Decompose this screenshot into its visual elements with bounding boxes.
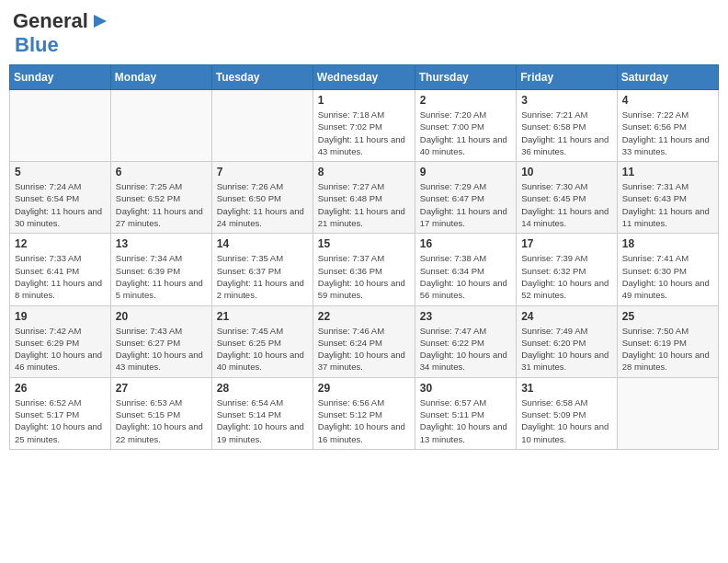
day-number: 16 [420,237,511,250]
day-number: 23 [420,310,511,323]
calendar-cell: 30Sunrise: 6:57 AM Sunset: 5:11 PM Dayli… [415,377,516,449]
day-number: 8 [318,166,410,178]
day-info: Sunrise: 7:22 AM Sunset: 6:56 PM Dayligh… [622,109,713,157]
calendar-cell: 29Sunrise: 6:56 AM Sunset: 5:12 PM Dayli… [313,377,415,449]
day-number: 19 [15,310,106,323]
day-number: 2 [420,94,511,107]
day-info: Sunrise: 7:42 AM Sunset: 6:29 PM Dayligh… [15,325,106,373]
calendar-header-row: SundayMondayTuesdayWednesdayThursdayFrid… [10,65,719,90]
calendar-cell: 18Sunrise: 7:41 AM Sunset: 6:30 PM Dayli… [617,234,718,305]
day-number: 26 [15,382,106,395]
logo-general: General [13,9,88,33]
calendar-cell: 7Sunrise: 7:26 AM Sunset: 6:50 PM Daylig… [211,162,313,234]
calendar-cell: 23Sunrise: 7:47 AM Sunset: 6:22 PM Dayli… [415,305,516,377]
calendar-cell: 2Sunrise: 7:20 AM Sunset: 7:00 PM Daylig… [415,90,516,162]
calendar-cell: 25Sunrise: 7:50 AM Sunset: 6:19 PM Dayli… [617,305,718,377]
day-info: Sunrise: 7:27 AM Sunset: 6:48 PM Dayligh… [318,180,410,229]
day-number: 10 [521,166,612,178]
calendar-cell: 9Sunrise: 7:29 AM Sunset: 6:47 PM Daylig… [415,162,516,234]
calendar-cell: 21Sunrise: 7:45 AM Sunset: 6:25 PM Dayli… [211,305,313,377]
logo-blue: Blue [15,33,59,56]
calendar-cell [617,377,718,449]
day-info: Sunrise: 7:41 AM Sunset: 6:30 PM Dayligh… [622,252,713,301]
day-info: Sunrise: 7:37 AM Sunset: 6:36 PM Dayligh… [318,252,410,301]
calendar-cell [211,90,313,162]
week-row-0: 1Sunrise: 7:18 AM Sunset: 7:02 PM Daylig… [10,90,719,162]
day-number: 17 [521,237,612,250]
calendar-cell: 8Sunrise: 7:27 AM Sunset: 6:48 PM Daylig… [313,162,415,234]
day-info: Sunrise: 7:49 AM Sunset: 6:20 PM Dayligh… [521,325,612,373]
day-info: Sunrise: 6:56 AM Sunset: 5:12 PM Dayligh… [318,396,410,445]
day-info: Sunrise: 7:30 AM Sunset: 6:45 PM Dayligh… [521,180,612,229]
day-number: 7 [217,166,308,178]
day-number: 9 [420,166,511,178]
col-header-tuesday: Tuesday [211,65,313,90]
day-info: Sunrise: 7:31 AM Sunset: 6:43 PM Dayligh… [622,180,713,229]
day-info: Sunrise: 7:18 AM Sunset: 7:02 PM Dayligh… [318,109,410,157]
day-info: Sunrise: 7:25 AM Sunset: 6:52 PM Dayligh… [116,180,207,229]
day-number: 11 [622,166,713,178]
day-info: Sunrise: 7:50 AM Sunset: 6:19 PM Dayligh… [622,325,713,373]
calendar-cell: 1Sunrise: 7:18 AM Sunset: 7:02 PM Daylig… [313,90,415,162]
day-info: Sunrise: 7:24 AM Sunset: 6:54 PM Dayligh… [15,180,106,229]
week-row-1: 5Sunrise: 7:24 AM Sunset: 6:54 PM Daylig… [10,162,719,234]
col-header-saturday: Saturday [617,65,718,90]
calendar-cell: 26Sunrise: 6:52 AM Sunset: 5:17 PM Dayli… [10,377,111,449]
day-number: 21 [217,310,308,323]
calendar-cell: 3Sunrise: 7:21 AM Sunset: 6:58 PM Daylig… [517,90,618,162]
day-number: 25 [622,310,713,323]
svg-marker-0 [94,15,107,28]
week-row-2: 12Sunrise: 7:33 AM Sunset: 6:41 PM Dayli… [10,234,719,305]
calendar-cell: 31Sunrise: 6:58 AM Sunset: 5:09 PM Dayli… [517,377,618,449]
day-number: 29 [318,382,410,395]
calendar-cell: 12Sunrise: 7:33 AM Sunset: 6:41 PM Dayli… [10,234,111,305]
day-number: 13 [116,237,207,250]
col-header-monday: Monday [110,65,211,90]
calendar-cell: 14Sunrise: 7:35 AM Sunset: 6:37 PM Dayli… [211,234,313,305]
day-number: 4 [622,94,713,107]
day-info: Sunrise: 6:52 AM Sunset: 5:17 PM Dayligh… [15,396,106,445]
day-info: Sunrise: 7:39 AM Sunset: 6:32 PM Dayligh… [521,252,612,301]
calendar-cell: 11Sunrise: 7:31 AM Sunset: 6:43 PM Dayli… [617,162,718,234]
day-number: 28 [217,382,308,395]
calendar-cell [10,90,111,162]
day-info: Sunrise: 7:33 AM Sunset: 6:41 PM Dayligh… [15,252,106,301]
col-header-sunday: Sunday [10,65,111,90]
day-info: Sunrise: 7:26 AM Sunset: 6:50 PM Dayligh… [217,180,308,229]
day-info: Sunrise: 7:45 AM Sunset: 6:25 PM Dayligh… [217,325,308,373]
day-number: 1 [318,94,410,107]
day-info: Sunrise: 6:58 AM Sunset: 5:09 PM Dayligh… [521,396,612,445]
calendar-cell: 17Sunrise: 7:39 AM Sunset: 6:32 PM Dayli… [517,234,618,305]
day-info: Sunrise: 7:34 AM Sunset: 6:39 PM Dayligh… [116,252,207,301]
calendar-cell: 22Sunrise: 7:46 AM Sunset: 6:24 PM Dayli… [313,305,415,377]
col-header-wednesday: Wednesday [313,65,415,90]
calendar-table: SundayMondayTuesdayWednesdayThursdayFrid… [9,64,719,450]
day-info: Sunrise: 7:35 AM Sunset: 6:37 PM Dayligh… [217,252,308,301]
logo: General Blue [13,9,108,57]
day-number: 12 [15,237,106,250]
day-number: 31 [521,382,612,395]
day-number: 5 [15,166,106,178]
day-number: 22 [318,310,410,323]
calendar-cell: 4Sunrise: 7:22 AM Sunset: 6:56 PM Daylig… [617,90,718,162]
calendar-cell: 16Sunrise: 7:38 AM Sunset: 6:34 PM Dayli… [415,234,516,305]
day-info: Sunrise: 6:53 AM Sunset: 5:15 PM Dayligh… [116,396,207,445]
day-number: 18 [622,237,713,250]
col-header-thursday: Thursday [415,65,516,90]
week-row-3: 19Sunrise: 7:42 AM Sunset: 6:29 PM Dayli… [10,305,719,377]
day-info: Sunrise: 7:47 AM Sunset: 6:22 PM Dayligh… [420,325,511,373]
calendar-cell: 15Sunrise: 7:37 AM Sunset: 6:36 PM Dayli… [313,234,415,305]
day-number: 14 [217,237,308,250]
week-row-4: 26Sunrise: 6:52 AM Sunset: 5:17 PM Dayli… [10,377,719,449]
day-info: Sunrise: 7:29 AM Sunset: 6:47 PM Dayligh… [420,180,511,229]
day-number: 6 [116,166,207,178]
logo-icon [92,13,108,29]
day-number: 3 [521,94,612,107]
day-info: Sunrise: 6:57 AM Sunset: 5:11 PM Dayligh… [420,396,511,445]
calendar-cell: 13Sunrise: 7:34 AM Sunset: 6:39 PM Dayli… [110,234,211,305]
calendar-cell: 28Sunrise: 6:54 AM Sunset: 5:14 PM Dayli… [211,377,313,449]
col-header-friday: Friday [517,65,618,90]
page-header: General Blue [9,9,719,57]
day-number: 20 [116,310,207,323]
calendar-cell: 10Sunrise: 7:30 AM Sunset: 6:45 PM Dayli… [517,162,618,234]
